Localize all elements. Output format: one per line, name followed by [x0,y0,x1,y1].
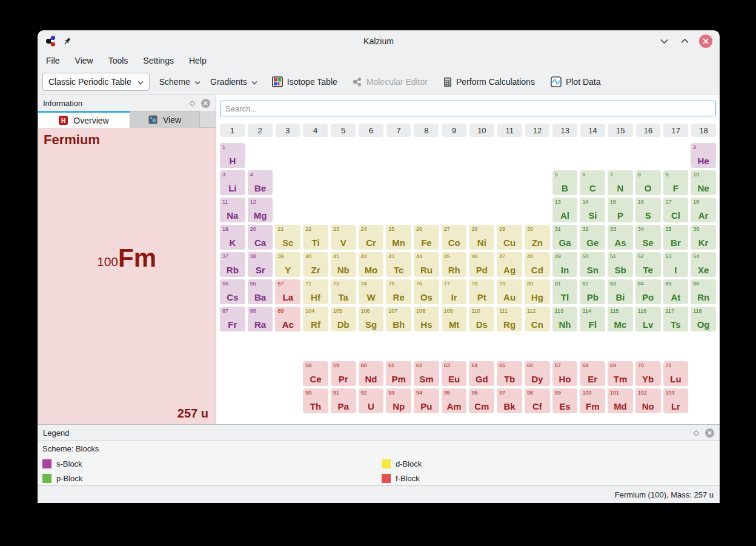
element-cell-Sb[interactable]: 51Sb [608,252,633,277]
close-icon[interactable] [699,35,712,48]
element-cell-Br[interactable]: 35Br [663,225,689,250]
element-cell-Kr[interactable]: 36Kr [691,225,716,250]
element-cell-Hs[interactable]: 108Hs [414,307,439,331]
element-cell-I[interactable]: 53I [663,252,689,277]
element-cell-Ta[interactable]: 73Ta [331,279,356,304]
element-cell-Pa[interactable]: 91Pa [331,388,356,413]
element-cell-Lv[interactable]: 116Lv [635,307,661,331]
element-cell-Po[interactable]: 84Po [635,279,661,304]
element-cell-Yb[interactable]: 70Yb [635,361,661,386]
element-cell-Dy[interactable]: 66Dy [525,361,550,386]
element-cell-V[interactable]: 23V [331,225,356,250]
scheme-button[interactable]: Scheme [159,77,201,87]
app-icon[interactable] [45,35,57,47]
element-cell-Og[interactable]: 118Og [691,307,716,331]
element-cell-Y[interactable]: 39Y [275,252,300,277]
element-cell-Er[interactable]: 68Er [580,361,605,386]
element-cell-U[interactable]: 92U [359,388,384,413]
element-cell-Be[interactable]: 4Be [248,170,273,195]
element-cell-Ag[interactable]: 47Ag [497,252,522,277]
element-cell-Cn[interactable]: 112Cn [525,307,550,331]
element-cell-As[interactable]: 33As [608,225,633,250]
element-cell-Ru[interactable]: 44Ru [414,252,439,277]
element-cell-Hg[interactable]: 80Hg [525,279,550,304]
element-cell-Te[interactable]: 52Te [635,252,661,277]
element-cell-Mt[interactable]: 109Mt [442,307,467,331]
tab-view[interactable]: View [130,111,200,128]
element-cell-Ar[interactable]: 18Ar [691,198,716,222]
element-cell-Ho[interactable]: 67Ho [552,361,578,386]
element-cell-Db[interactable]: 105Db [331,307,356,331]
element-cell-Bk[interactable]: 97Bk [497,388,522,413]
element-cell-Sc[interactable]: 21Sc [275,225,300,250]
element-cell-O[interactable]: 8O [635,170,661,195]
menu-item-tools[interactable]: Tools [108,56,128,65]
element-cell-Gd[interactable]: 64Gd [469,361,494,386]
element-cell-Lu[interactable]: 71Lu [663,361,689,386]
maximize-icon[interactable] [678,35,691,47]
element-cell-H[interactable]: 1H [220,143,245,168]
pin-icon[interactable] [63,37,72,46]
element-cell-Pt[interactable]: 78Pt [469,279,494,304]
element-cell-Tb[interactable]: 65Tb [497,361,522,386]
gradients-button[interactable]: Gradients [210,77,257,87]
element-cell-Ba[interactable]: 56Ba [248,279,273,304]
element-cell-Es[interactable]: 99Es [552,388,578,413]
element-cell-Nd[interactable]: 60Nd [359,361,384,386]
element-cell-Rb[interactable]: 37Rb [220,252,245,277]
element-cell-Rf[interactable]: 104Rf [303,307,328,331]
element-cell-C[interactable]: 6C [580,170,605,195]
element-cell-Nb[interactable]: 41Nb [331,252,356,277]
element-cell-F[interactable]: 9F [663,170,689,195]
element-cell-P[interactable]: 15P [608,198,633,222]
menu-item-settings[interactable]: Settings [143,56,174,65]
element-cell-Si[interactable]: 14Si [580,198,605,222]
element-cell-Al[interactable]: 13Al [552,198,578,222]
element-cell-Ts[interactable]: 117Ts [663,307,689,331]
element-cell-Tm[interactable]: 69Tm [608,361,633,386]
element-cell-B[interactable]: 5B [552,170,578,195]
element-cell-Eu[interactable]: 63Eu [442,361,467,386]
element-cell-Rn[interactable]: 86Rn [691,279,716,304]
search-input[interactable] [220,101,716,116]
element-cell-Ac[interactable]: 89Ac [275,307,300,331]
element-cell-Cs[interactable]: 55Cs [220,279,245,304]
element-cell-Sr[interactable]: 38Sr [248,252,273,277]
element-cell-Fl[interactable]: 114Fl [580,307,605,331]
element-cell-Tc[interactable]: 43Tc [386,252,411,277]
element-cell-Se[interactable]: 34Se [635,225,661,250]
close-panel-icon[interactable]: ✕ [201,99,210,108]
element-cell-Md[interactable]: 101Md [608,388,633,413]
element-cell-Pm[interactable]: 61Pm [386,361,411,386]
table-type-select[interactable]: Classic Periodic Table [42,73,150,91]
element-cell-In[interactable]: 49In [552,252,578,277]
element-cell-Ni[interactable]: 28Ni [469,225,494,250]
element-cell-K[interactable]: 19K [220,225,245,250]
element-cell-Mg[interactable]: 12Mg [248,198,273,222]
element-cell-Ds[interactable]: 110Ds [469,307,494,331]
element-cell-Ca[interactable]: 20Ca [248,225,273,250]
menu-item-help[interactable]: Help [189,56,207,65]
element-cell-Np[interactable]: 93Np [386,388,411,413]
element-cell-Ti[interactable]: 22Ti [303,225,328,250]
element-cell-Zr[interactable]: 40Zr [303,252,328,277]
element-cell-Sm[interactable]: 62Sm [414,361,439,386]
element-cell-Ga[interactable]: 31Ga [552,225,578,250]
element-cell-Au[interactable]: 79Au [497,279,522,304]
element-cell-He[interactable]: 2He [691,143,716,168]
element-cell-Ne[interactable]: 10Ne [691,170,716,195]
element-cell-Co[interactable]: 27Co [442,225,467,250]
element-cell-N[interactable]: 7N [608,170,633,195]
tab-overview[interactable]: H Overview [38,111,130,128]
element-cell-Pd[interactable]: 46Pd [469,252,494,277]
element-cell-Fe[interactable]: 26Fe [414,225,439,250]
element-cell-At[interactable]: 85At [663,279,689,304]
menu-item-file[interactable]: File [46,56,60,65]
perform-calculations-button[interactable]: Perform Calculations [443,77,535,87]
element-cell-Th[interactable]: 90Th [303,388,328,413]
element-cell-Hf[interactable]: 72Hf [303,279,328,304]
element-cell-Sn[interactable]: 50Sn [580,252,605,277]
float-panel-icon[interactable]: ◇ [190,99,195,107]
menu-item-view[interactable]: View [75,56,93,65]
element-cell-Mc[interactable]: 115Mc [608,307,633,331]
